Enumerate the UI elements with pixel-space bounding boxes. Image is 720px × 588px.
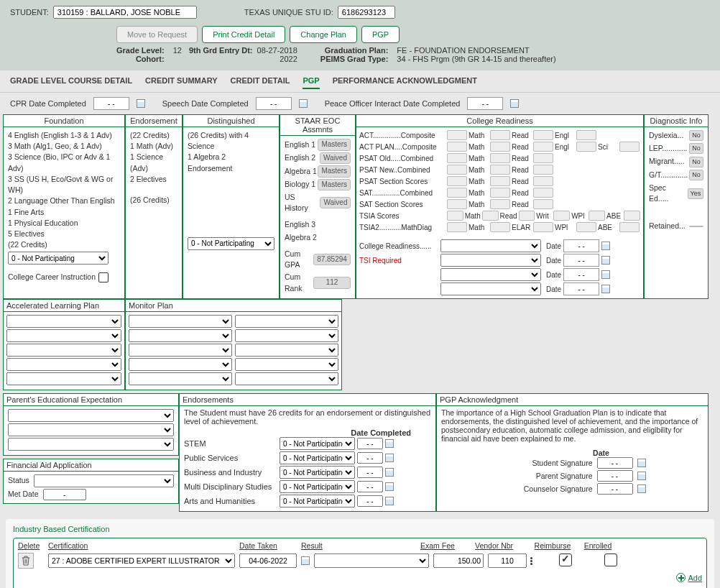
college-readiness-select[interactable] [440,268,541,281]
calendar-icon[interactable] [601,270,610,279]
calendar-icon[interactable] [637,459,646,467]
enrolled-checkbox[interactable] [604,553,617,566]
calendar-icon[interactable] [601,256,610,265]
calendar-icon[interactable] [601,285,610,293]
pee-panel: Parent's Educational Expectation [3,393,179,456]
alp-panel: Accelerated Learning Plan [3,299,125,390]
signature-date-input[interactable] [597,483,633,495]
faa-met-date-input[interactable] [43,489,86,500]
tab-grade-level[interactable]: GRADE LEVEL COURSE DETAIL [10,76,132,89]
cr-date-input[interactable] [563,239,599,252]
signature-date-input[interactable] [597,470,633,482]
monitor-panel: Monitor Plan [125,299,342,390]
ibc-row: 27 : ADOBE CERTIFIED EXPERT ILLUSTRATOR [18,553,702,569]
endorsement-date-input[interactable] [357,481,383,492]
cr-row: PSAT Section ScoresMathRead [359,176,640,186]
endorsements-panel: Endorsements The Student must have 26 cr… [179,393,436,512]
pee-select-3[interactable] [8,438,174,451]
tab-performance-ack[interactable]: PERFORMANCE ACKNOWLEDGMENT [333,76,477,89]
calendar-icon[interactable] [385,454,394,462]
monitor-select-a1[interactable] [129,315,232,328]
calendar-icon[interactable] [137,99,145,108]
endorsement-date-input[interactable] [357,452,383,464]
cci-checkbox[interactable] [98,272,109,282]
faa-status-select[interactable] [34,474,174,487]
distinguished-panel: Distinguished (26 Credits) with 4 Scienc… [183,114,280,299]
vendor-nbr-input[interactable] [488,553,527,568]
endorsement-select[interactable]: 0 - Not Participating [280,466,355,479]
tab-credit-summary[interactable]: CREDIT SUMMARY [145,76,217,89]
monitor-select-b4[interactable] [235,358,338,371]
calendar-icon[interactable] [385,482,394,491]
peace-date-label: Peace Officer Interact Date Completed [325,99,461,108]
pgp-button[interactable]: PGP [361,26,400,43]
college-readiness-select[interactable] [440,239,541,252]
speech-date-label: Speech Date Completed [162,99,249,108]
signature-date-input[interactable] [597,457,633,469]
monitor-select-a2[interactable] [129,329,232,342]
delete-row-button[interactable] [18,553,34,569]
college-readiness-panel: College Readiness ACT..............Compo… [356,114,644,299]
date-taken-input[interactable] [239,553,297,568]
vendor-lookup-button[interactable] [528,556,534,566]
calendar-icon[interactable] [385,497,394,505]
pee-select-1[interactable] [8,409,174,422]
speech-date-input[interactable] [256,97,292,110]
distinguished-participation-select[interactable]: 0 - Not Participating [188,237,274,250]
student-input[interactable] [53,6,197,19]
calendar-icon[interactable] [601,242,610,250]
endorsement-date-input[interactable] [357,438,383,449]
college-readiness-select[interactable] [440,282,541,295]
cr-date-input[interactable] [563,254,599,267]
cr-date-input[interactable] [563,268,599,281]
alp-select-2[interactable] [6,329,121,342]
alp-select-1[interactable] [6,315,121,328]
monitor-select-b2[interactable] [235,329,338,342]
add-row-link[interactable]: Add [676,573,702,582]
peace-date-input[interactable] [467,97,503,110]
monitor-select-a3[interactable] [129,344,232,357]
alp-select-3[interactable] [6,344,121,357]
cr-row: SAT Section ScoresMathRead [359,199,640,209]
tabs-bar: GRADE LEVEL COURSE DETAIL CREDIT SUMMARY… [0,70,720,93]
calendar-icon[interactable] [385,468,394,477]
endorsement-select[interactable]: 0 - Not Participating [280,480,355,493]
tab-pgp[interactable]: PGP [303,76,319,89]
monitor-select-b3[interactable] [235,344,338,357]
alp-select-4[interactable] [6,358,121,371]
result-select[interactable] [314,553,429,568]
print-credit-detail-button[interactable]: Print Credit Detail [202,26,285,43]
endorsement-select[interactable]: 0 - Not Participating [280,437,355,450]
tab-credit-detail[interactable]: CREDIT DETAIL [231,76,290,89]
pee-select-2[interactable] [8,423,174,436]
foundation-participation-select[interactable]: 0 - Not Participating [8,252,109,265]
cpr-date-input[interactable] [93,97,129,110]
calendar-icon[interactable] [385,439,394,448]
certification-select[interactable]: 27 : ADOBE CERTIFIED EXPERT ILLUSTRATOR [48,553,235,568]
calendar-icon[interactable] [299,99,308,108]
cr-row: TSIA2...........MathDiagMathELARWPlABE [359,222,640,232]
endorsement-date-input[interactable] [357,495,383,507]
exam-fee-input[interactable] [433,553,484,568]
college-readiness-select[interactable] [440,254,541,267]
monitor-select-a4[interactable] [129,358,232,371]
endorsement-date-input[interactable] [357,467,383,478]
monitor-select-b5[interactable] [235,372,338,385]
endorsement-select[interactable]: 0 - Not Participating [280,495,355,507]
header-bar: STUDENT: TEXAS UNIQUE STU ID: Move to Re… [0,0,720,70]
alp-select-5[interactable] [6,372,121,385]
calendar-icon[interactable] [301,556,310,565]
dates-row: CPR Date Completed Speech Date Completed… [0,93,720,114]
monitor-select-b1[interactable] [235,315,338,328]
calendar-icon[interactable] [510,99,519,108]
calendar-icon[interactable] [637,472,646,480]
reimburse-checkbox[interactable] [559,553,572,566]
foundation-panel: Foundation 4 English (English 1-3 & 1 Ad… [3,114,125,299]
endorsement-select[interactable]: 0 - Not Participating [280,451,355,464]
monitor-select-a5[interactable] [129,372,232,385]
cr-date-input[interactable] [563,282,599,295]
texas-id-input[interactable] [338,6,395,19]
calendar-icon[interactable] [637,484,646,493]
texas-id-label: TEXAS UNIQUE STU ID: [244,8,333,17]
change-plan-button[interactable]: Change Plan [290,26,357,43]
